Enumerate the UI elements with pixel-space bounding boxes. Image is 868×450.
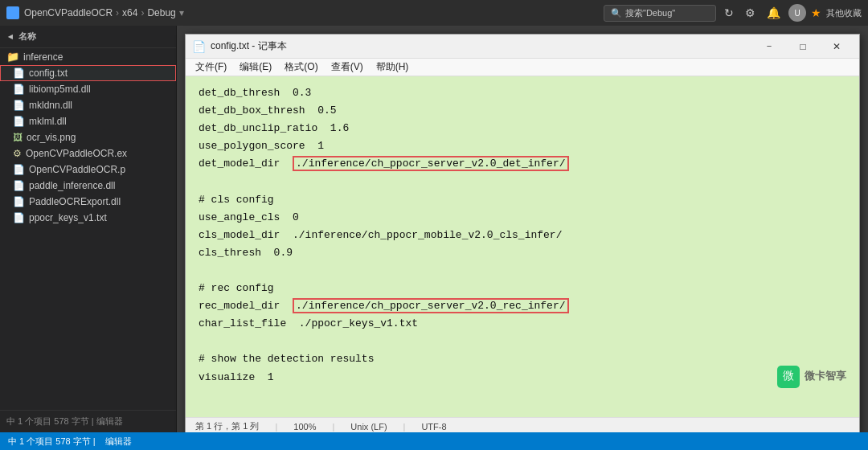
dll-icon: 📄 (13, 116, 25, 127)
notepad-window: 📄 config.txt - 记事本 － □ ✕ 文件(F) 编辑(E) 格式(… (185, 34, 860, 432)
menu-file[interactable]: 文件(F) (189, 59, 233, 76)
search-box[interactable]: 🔍 搜索"Debug" (604, 5, 716, 22)
line-3: det_db_unclip_ratio 1.6 (199, 120, 846, 137)
notepad-menubar: 文件(F) 编辑(E) 格式(O) 查看(V) 帮助(H) (186, 59, 859, 76)
sidebar: ◂ 名称 📁 inference 📄 config.txt 📄 libiomp5… (0, 26, 177, 432)
status-zoom: 100% (293, 422, 316, 432)
line-blank-2 (199, 262, 846, 280)
sidebar-item-paddle-export[interactable]: 📄 PaddleOCRExport.dll (0, 194, 176, 210)
sidebar-header: ◂ 名称 (0, 26, 176, 48)
sidebar-item-paddle-dll[interactable]: 📄 paddle_inference.dll (0, 178, 176, 194)
det-model-dir-highlight: ./inference/ch_ppocr_server_v2.0_det_inf… (293, 156, 568, 171)
maximize-button[interactable]: □ (787, 39, 819, 55)
line-4: use_polygon_score 1 (199, 137, 846, 155)
bottom-editor-label: 编辑器 (105, 436, 132, 448)
sidebar-item-label: inference (23, 51, 63, 63)
breadcrumb-project[interactable]: OpenCVPaddleOCR (24, 7, 113, 18)
sidebar-item-label: PaddleOCRExport.dll (29, 196, 121, 207)
status-line-ending: Unix (LF) (350, 422, 387, 432)
window-controls: － □ ✕ (753, 39, 853, 55)
watermark-text: 微卡智享 (805, 368, 846, 386)
notepad-statusbar: 第 1 行，第 1 列 | 100% | Unix (LF) | UTF-8 (186, 417, 859, 432)
menu-edit[interactable]: 编辑(E) (233, 59, 278, 76)
notepad-title-icon: 📄 (192, 40, 206, 53)
breadcrumb-chevron: ▾ (179, 7, 184, 18)
line-rec-comment: # rec config (199, 280, 846, 297)
sidebar-editor-label: 编辑器 (96, 416, 123, 426)
sidebar-item-ocr-exe[interactable]: ⚙ OpenCVPaddleOCR.ex (0, 145, 176, 162)
sidebar-header-label: 名称 (18, 31, 37, 43)
dll-icon: 📄 (13, 196, 25, 207)
status-position: 第 1 行，第 1 列 (195, 420, 259, 432)
sidebar-item-label: paddle_inference.dll (29, 180, 115, 191)
close-button[interactable]: ✕ (821, 39, 853, 55)
project-icon (6, 6, 19, 19)
refresh-button[interactable]: ↻ (721, 5, 737, 21)
folder-icon: 📁 (6, 51, 19, 63)
line-cls-model: cls_model_dir ./inference/ch_ppocr_mobil… (199, 227, 846, 244)
txt-icon: 📄 (13, 212, 25, 223)
line-char-list: char_list_file ./ppocr_keys_v1.txt (199, 315, 846, 333)
sidebar-item-config[interactable]: 📄 config.txt (0, 65, 176, 81)
sidebar-item-mklml[interactable]: 📄 mklml.dll (0, 113, 176, 129)
sidebar-item-ocr-p[interactable]: 📄 OpenCVPaddleOCR.p (0, 162, 176, 178)
search-placeholder-text: 搜索"Debug" (625, 7, 675, 19)
txt-icon: 📄 (13, 68, 25, 79)
dll-icon: 📄 (13, 100, 25, 111)
notepad-wrapper: 📄 config.txt - 记事本 － □ ✕ 文件(F) 编辑(E) 格式(… (177, 26, 868, 432)
bookmark-label: 其他收藏 (826, 7, 862, 19)
notepad-content[interactable]: det_db_thresh 0.3 det_db_box_thresh 0.5 … (186, 76, 859, 417)
breadcrumb: OpenCVPaddleOCR › x64 › Debug ▾ (24, 7, 599, 18)
avatar[interactable]: U (788, 4, 806, 22)
sidebar-item-label: OpenCVPaddleOCR.ex (26, 148, 127, 159)
minimize-button[interactable]: － (753, 39, 785, 55)
png-icon: 🖼 (13, 132, 23, 143)
menu-help[interactable]: 帮助(H) (370, 59, 416, 76)
line-2: det_db_box_thresh 0.5 (199, 102, 846, 120)
main-area: ◂ 名称 📁 inference 📄 config.txt 📄 libiomp5… (0, 26, 868, 432)
file-icon: 📄 (13, 164, 25, 175)
status-encoding: UTF-8 (421, 422, 446, 432)
notification-icon: 🔔 (764, 5, 784, 21)
menu-format[interactable]: 格式(O) (278, 59, 324, 76)
breadcrumb-config[interactable]: Debug (147, 7, 175, 18)
breadcrumb-platform[interactable]: x64 (122, 7, 137, 18)
sidebar-bottom: 中 1 个项目 578 字节 | 编辑器 (0, 410, 176, 432)
wechat-icon: 微 (777, 366, 800, 388)
dll-icon: 📄 (13, 180, 25, 191)
sidebar-item-ocrvis[interactable]: 🖼 ocr_vis.png (0, 129, 176, 145)
line-blank-1 (199, 173, 846, 190)
sidebar-item-mkldnn[interactable]: 📄 mkldnn.dll (0, 97, 176, 113)
line-1: det_db_thresh 0.3 (199, 84, 846, 102)
breadcrumb-sep-1: › (116, 7, 119, 18)
dll-icon: 📄 (13, 84, 25, 95)
sidebar-item-ppocr-keys[interactable]: 📄 ppocr_keys_v1.txt (0, 210, 176, 226)
notepad-title-text: config.txt - 记事本 (211, 39, 748, 53)
sidebar-status: 中 1 个项目 578 字节 | (6, 416, 94, 426)
line-visualize: visualize 1 (199, 369, 846, 387)
sidebar-collapse-icon[interactable]: ◂ (8, 31, 14, 42)
sidebar-item-label: ppocr_keys_v1.txt (29, 212, 107, 223)
sidebar-item-label: mklml.dll (29, 116, 67, 127)
sidebar-item-label: config.txt (29, 68, 68, 79)
line-5: det_model_dir ./inference/ch_ppocr_serve… (199, 155, 846, 173)
rec-model-dir-highlight: ./inference/ch_ppocr_server_v2.0_rec_inf… (293, 298, 568, 313)
line-blank-3 (199, 333, 846, 350)
line-cls-comment: # cls config (199, 191, 846, 209)
sidebar-item-libiomp5[interactable]: 📄 libiomp5md.dll (0, 81, 176, 97)
top-bar: OpenCVPaddleOCR › x64 › Debug ▾ 🔍 搜索"Deb… (0, 0, 868, 26)
sidebar-item-inference[interactable]: 📁 inference (0, 48, 176, 65)
notepad-titlebar: 📄 config.txt - 记事本 － □ ✕ (186, 35, 859, 59)
line-cls-thresh: cls_thresh 0.9 (199, 244, 846, 262)
search-icon: 🔍 (611, 8, 622, 18)
line-show-comment: # show the detection results (199, 350, 846, 368)
menu-view[interactable]: 查看(V) (325, 59, 370, 76)
line-rec-model: rec_model_dir ./inference/ch_ppocr_serve… (199, 297, 846, 315)
breadcrumb-sep-2: › (141, 7, 144, 18)
status-sep-1: | (275, 422, 277, 432)
file-list: 📁 inference 📄 config.txt 📄 libiomp5md.dl… (0, 48, 176, 410)
status-sep-3: | (403, 422, 406, 432)
bottom-status: 中 1 个项目 578 字节 | (8, 436, 96, 448)
bottom-bar: 中 1 个项目 578 字节 | 编辑器 (0, 432, 868, 450)
bookmark-icon[interactable]: ★ (811, 6, 821, 19)
